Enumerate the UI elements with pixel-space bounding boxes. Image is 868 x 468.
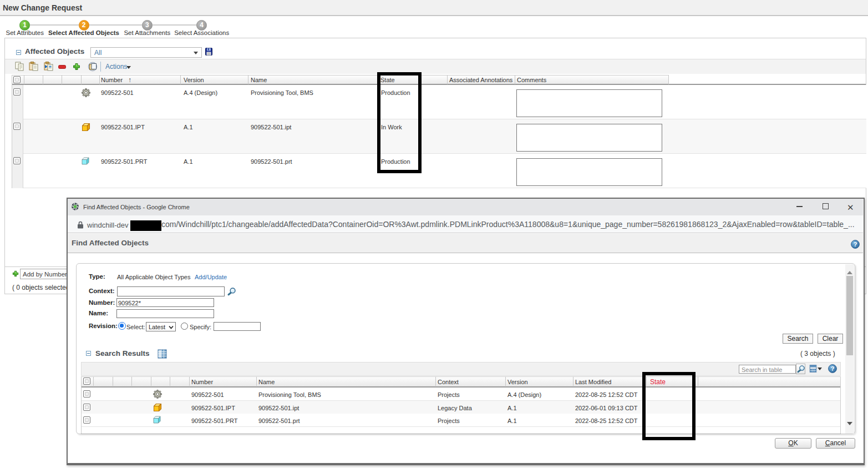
svg-text:?: ? [831,365,835,372]
svg-text:?: ? [854,241,857,248]
